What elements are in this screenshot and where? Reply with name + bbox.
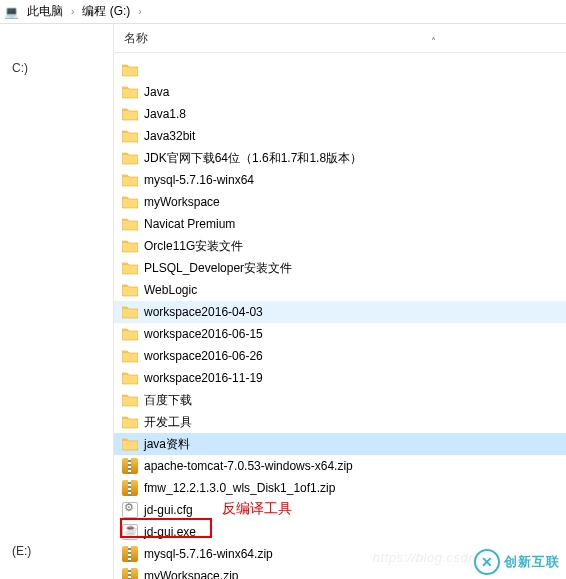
file-list[interactable]: JavaJava1.8Java32bitJDK官网下载64位（1.6和1.7和1…	[114, 53, 566, 579]
file-row[interactable]: mysql-5.7.16-winx64	[114, 169, 566, 191]
file-row[interactable]: workspace2016-06-26	[114, 345, 566, 367]
config-file-icon	[122, 502, 138, 518]
file-name-label: Java1.8	[144, 107, 186, 121]
file-row[interactable]: 百度下载	[114, 389, 566, 411]
file-row[interactable]: JDK官网下载64位（1.6和1.7和1.8版本）	[114, 147, 566, 169]
file-name-label: apache-tomcat-7.0.53-windows-x64.zip	[144, 459, 353, 473]
folder-icon	[122, 216, 138, 232]
folder-icon	[122, 84, 138, 100]
file-name-label: 开发工具	[144, 414, 192, 431]
watermark-logo: ✕ 创新互联	[474, 549, 560, 575]
folder-icon	[122, 392, 138, 408]
navigation-tree[interactable]: C:) (E:)	[0, 53, 114, 579]
file-name-label: 百度下载	[144, 392, 192, 409]
folder-icon	[122, 172, 138, 188]
file-name-label: jd-gui.cfg	[144, 503, 193, 517]
file-name-label: PLSQL_Developer安装文件	[144, 260, 292, 277]
file-name-label: workspace2016-11-19	[144, 371, 263, 385]
breadcrumb-item[interactable]: 编程 (G:)	[78, 1, 134, 22]
file-row[interactable]: workspace2016-04-03	[114, 301, 566, 323]
tree-drive-item[interactable]: C:)	[4, 59, 109, 77]
file-row[interactable]: Java	[114, 81, 566, 103]
folder-icon	[122, 304, 138, 320]
file-row[interactable]: workspace2016-11-19	[114, 367, 566, 389]
file-name-label: workspace2016-06-26	[144, 349, 263, 363]
file-row[interactable]: java资料	[114, 433, 566, 455]
file-name-label: myWorkspace	[144, 195, 220, 209]
file-name-label: myWorkspace.zip	[144, 569, 238, 579]
file-name-label: mysql-5.7.16-winx64.zip	[144, 547, 273, 561]
file-name-label: Navicat Premium	[144, 217, 235, 231]
archive-icon	[122, 458, 138, 474]
column-label: 名称	[124, 30, 148, 47]
folder-icon	[122, 150, 138, 166]
file-row[interactable]: Orcle11G安装文件	[114, 235, 566, 257]
column-header-name[interactable]: 名称 ˄	[114, 30, 566, 47]
folder-icon	[122, 106, 138, 122]
file-row[interactable]: Java1.8	[114, 103, 566, 125]
file-row[interactable]: 开发工具	[114, 411, 566, 433]
file-name-label: java资料	[144, 436, 190, 453]
folder-icon	[122, 238, 138, 254]
archive-icon	[122, 480, 138, 496]
file-name-label: JDK官网下载64位（1.6和1.7和1.8版本）	[144, 150, 362, 167]
sort-indicator-icon: ˄	[431, 36, 436, 47]
folder-icon	[122, 62, 138, 78]
archive-icon	[122, 546, 138, 562]
file-name-label: Orcle11G安装文件	[144, 238, 243, 255]
folder-icon	[122, 348, 138, 364]
chevron-right-icon: ›	[138, 6, 141, 17]
annotation-text: 反编译工具	[222, 500, 292, 518]
folder-icon	[122, 128, 138, 144]
breadcrumb[interactable]: 💻 此电脑 › 编程 (G:) ›	[0, 0, 566, 24]
file-name-label: fmw_12.2.1.3.0_wls_Disk1_1of1.zip	[144, 481, 335, 495]
file-name-label: Java	[144, 85, 169, 99]
tree-drive-item[interactable]: (E:)	[4, 542, 109, 560]
file-row[interactable]: WebLogic	[114, 279, 566, 301]
watermark-brand: 创新互联	[504, 553, 560, 571]
file-name-label: workspace2016-06-15	[144, 327, 263, 341]
folder-icon	[122, 326, 138, 342]
file-name-label: Java32bit	[144, 129, 195, 143]
logo-icon: ✕	[474, 549, 500, 575]
file-row[interactable]: jd-gui.cfg	[114, 499, 566, 521]
folder-icon	[122, 370, 138, 386]
file-name-label: workspace2016-04-03	[144, 305, 263, 319]
folder-icon	[122, 414, 138, 430]
folder-icon	[122, 282, 138, 298]
folder-icon	[122, 436, 138, 452]
file-name-label: mysql-5.7.16-winx64	[144, 173, 254, 187]
folder-icon	[122, 260, 138, 276]
file-row[interactable]: fmw_12.2.1.3.0_wls_Disk1_1of1.zip	[114, 477, 566, 499]
file-row[interactable]: jd-gui.exe	[114, 521, 566, 543]
executable-icon	[122, 524, 138, 540]
watermark-url: https://blog.csdn	[373, 550, 476, 565]
file-row[interactable]	[114, 59, 566, 81]
file-row[interactable]: apache-tomcat-7.0.53-windows-x64.zip	[114, 455, 566, 477]
file-row[interactable]: workspace2016-06-15	[114, 323, 566, 345]
breadcrumb-item[interactable]: 此电脑	[23, 1, 67, 22]
file-row[interactable]: Navicat Premium	[114, 213, 566, 235]
pc-icon: 💻	[4, 5, 19, 19]
archive-icon	[122, 568, 138, 579]
file-row[interactable]: myWorkspace	[114, 191, 566, 213]
column-header-row: 名称 ˄	[0, 24, 566, 52]
file-row[interactable]: Java32bit	[114, 125, 566, 147]
chevron-right-icon: ›	[71, 6, 74, 17]
file-row[interactable]: PLSQL_Developer安装文件	[114, 257, 566, 279]
folder-icon	[122, 194, 138, 210]
file-name-label: WebLogic	[144, 283, 197, 297]
file-name-label: jd-gui.exe	[144, 525, 196, 539]
